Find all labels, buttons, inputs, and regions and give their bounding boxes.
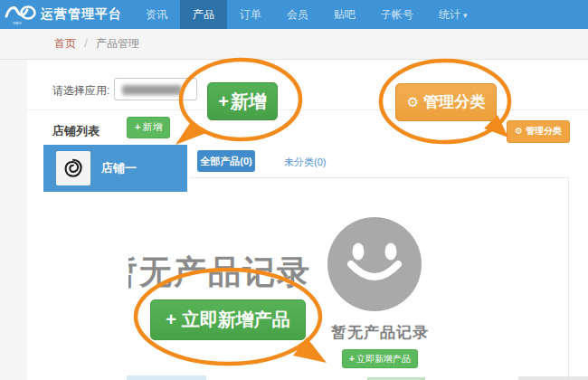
annotation-add-button-enlarged[interactable]: +新增 bbox=[207, 82, 278, 120]
empty-smiley-icon bbox=[327, 217, 422, 311]
shop-logo-icon bbox=[62, 157, 85, 180]
manage-categories-button[interactable]: ⚙管理分类 bbox=[507, 120, 570, 143]
nav-item-news[interactable]: 资讯 bbox=[133, 0, 180, 29]
app-select-label: 请选择应用: bbox=[52, 83, 109, 99]
plus-icon: + bbox=[218, 91, 229, 111]
shop-list-item-selected[interactable]: 店铺一 bbox=[43, 145, 187, 192]
product-management-page: nav 运营管理平台 资讯 产品 订单 会员 贴吧 子帐号 统计▾ 首页 / 产… bbox=[0, 0, 588, 380]
nav-item-products[interactable]: 产品 bbox=[180, 0, 227, 29]
breadcrumb-home-link[interactable]: 首页 bbox=[54, 37, 76, 50]
divider bbox=[190, 177, 568, 178]
breadcrumb: 首页 / 产品管理 bbox=[0, 29, 588, 60]
chevron-down-icon: ▾ bbox=[463, 11, 468, 20]
nav-menu: 资讯 产品 订单 会员 贴吧 子帐号 统计▾ bbox=[133, 0, 480, 29]
add-product-now-button[interactable]: +立即新增产品 bbox=[342, 349, 418, 368]
shop-list-title: 店铺列表 bbox=[52, 123, 100, 139]
plus-icon: + bbox=[349, 354, 355, 364]
cutoff-element bbox=[518, 376, 588, 380]
empty-state-message: 暂无产品记录 bbox=[289, 322, 470, 343]
plus-icon: + bbox=[135, 121, 140, 132]
top-navbar: nav 运营管理平台 资讯 产品 订单 会员 贴吧 子帐号 统计▾ bbox=[0, 0, 588, 29]
app-select-dropdown[interactable] bbox=[114, 78, 197, 100]
tab-uncategorized[interactable]: 未分类(0) bbox=[284, 156, 326, 169]
platform-logo-icon: nav bbox=[5, 3, 37, 26]
redacted-app-name bbox=[122, 85, 182, 95]
shop-avatar bbox=[56, 151, 90, 185]
nav-item-subaccounts[interactable]: 子帐号 bbox=[368, 0, 426, 29]
nav-item-orders[interactable]: 订单 bbox=[227, 0, 274, 29]
divider bbox=[568, 177, 569, 380]
nav-item-members[interactable]: 会员 bbox=[274, 0, 321, 29]
gear-icon: ⚙ bbox=[515, 126, 523, 136]
breadcrumb-separator: / bbox=[84, 37, 87, 50]
annotation-zoomed-empty-text: 暂无产品记录 bbox=[128, 251, 322, 290]
cutoff-element bbox=[127, 375, 206, 380]
nav-item-statistics[interactable]: 统计▾ bbox=[426, 0, 480, 29]
breadcrumb-current: 产品管理 bbox=[96, 37, 139, 50]
content-card: 请选择应用: 店铺列表 +新增 店铺一 全部产品(0) 未分类(0) ⚙管理分类 bbox=[27, 60, 588, 380]
tab-all-products[interactable]: 全部产品(0) bbox=[197, 150, 255, 172]
annotation-add-product-enlarged[interactable]: +立即新增产品 bbox=[150, 299, 306, 340]
shop-name: 店铺一 bbox=[101, 160, 137, 176]
brand[interactable]: nav 运营管理平台 bbox=[0, 0, 122, 29]
svg-text:nav: nav bbox=[13, 20, 22, 25]
add-shop-button[interactable]: +新增 bbox=[127, 117, 170, 138]
divider bbox=[27, 109, 588, 110]
gear-icon: ⚙ bbox=[407, 94, 419, 109]
brand-title: 运营管理平台 bbox=[41, 6, 122, 23]
annotation-manage-categories-enlarged[interactable]: ⚙管理分类 bbox=[395, 83, 497, 121]
nav-item-forum[interactable]: 贴吧 bbox=[321, 0, 368, 29]
plus-icon: + bbox=[166, 309, 176, 329]
